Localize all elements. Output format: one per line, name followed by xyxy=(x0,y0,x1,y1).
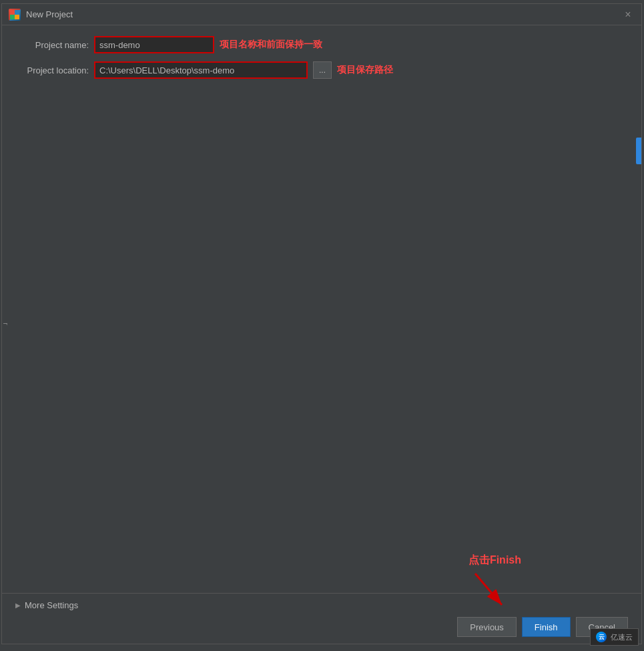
main-area xyxy=(15,85,628,582)
project-location-input-group: ... 项目保存路径 xyxy=(94,61,628,79)
project-name-annotation: 项目名称和前面保持一致 xyxy=(220,39,322,51)
previous-button[interactable]: Previous xyxy=(457,617,517,637)
project-name-input-group: 项目名称和前面保持一致 xyxy=(94,36,628,53)
watermark-icon: 云 xyxy=(596,632,607,642)
side-panel-indicator: r xyxy=(2,322,10,325)
more-settings[interactable]: ▶ More Settings xyxy=(15,600,628,610)
project-location-annotation: 项目保存路径 xyxy=(337,64,393,76)
watermark: 云 亿速云 xyxy=(590,628,639,646)
more-settings-label: More Settings xyxy=(25,600,78,610)
form-section: Project name: 项目名称和前面保持一致 Project locati… xyxy=(15,36,628,79)
arrow-to-finish-icon xyxy=(468,570,509,610)
project-name-row: Project name: 项目名称和前面保持一致 xyxy=(15,36,628,53)
app-icon xyxy=(9,9,21,21)
finish-annotation: 点击Finish xyxy=(468,554,521,610)
finish-annotation-text: 点击Finish xyxy=(468,554,521,568)
title-bar: New Project × xyxy=(2,4,641,25)
svg-rect-0 xyxy=(10,10,15,15)
project-location-input[interactable] xyxy=(94,61,308,79)
footer-buttons: 点击Finish Previous Finish Cancel xyxy=(15,617,628,637)
finish-button[interactable]: Finish xyxy=(522,617,571,637)
project-location-label: Project location: xyxy=(15,65,89,75)
right-panel-bar xyxy=(636,138,641,164)
more-settings-arrow-icon: ▶ xyxy=(15,602,21,609)
title-left: New Project xyxy=(9,9,73,21)
svg-rect-1 xyxy=(15,10,19,15)
close-button[interactable]: × xyxy=(621,8,635,21)
watermark-text: 亿速云 xyxy=(611,632,633,642)
project-name-label: Project name: xyxy=(15,40,89,50)
project-name-input[interactable] xyxy=(94,36,214,53)
svg-rect-3 xyxy=(15,15,19,19)
new-project-dialog: New Project × Project name: 项目名称和前面保持一致 … xyxy=(1,3,642,644)
dialog-content: Project name: 项目名称和前面保持一致 Project locati… xyxy=(2,25,641,593)
svg-line-5 xyxy=(475,574,502,605)
svg-rect-2 xyxy=(10,15,15,19)
dialog-footer: ▶ More Settings 点击Finish xyxy=(2,593,641,644)
project-location-row: Project location: ... 项目保存路径 xyxy=(15,61,628,79)
browse-button[interactable]: ... xyxy=(313,61,332,79)
window-title: New Project xyxy=(26,9,73,19)
